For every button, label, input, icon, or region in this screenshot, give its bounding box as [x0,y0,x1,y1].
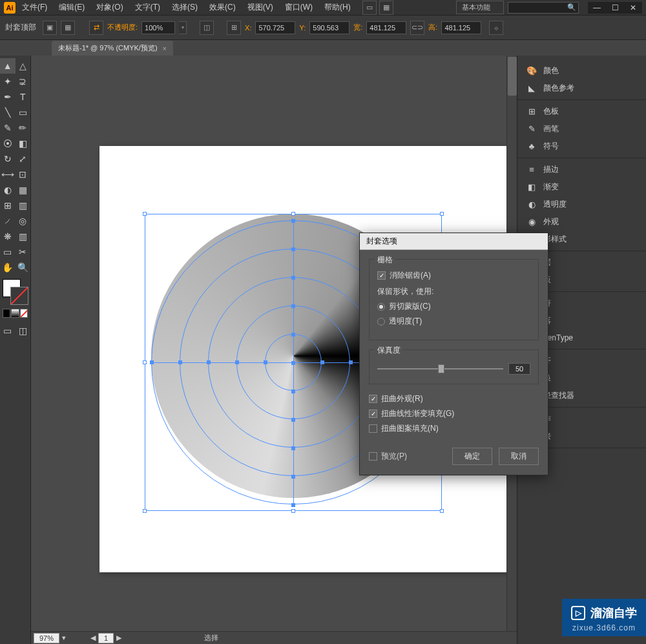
raster-group-label: 栅格 [375,254,395,265]
column-graph-tool[interactable]: ▥ [16,229,31,244]
workspace-selector[interactable]: 基本功能 [456,1,504,14]
gradient-tool[interactable]: ▥ [16,198,31,213]
screen-mode-btn-2[interactable]: ◫ [16,323,31,338]
shape-builder-tool[interactable]: ◐ [0,182,16,198]
fidelity-value[interactable]: 50 [508,363,530,375]
layout-btn-2[interactable]: ▦ [379,1,393,15]
symbol-sprayer-tool[interactable]: ❋ [0,229,16,244]
ok-button[interactable]: 确定 [452,448,492,465]
color-mode-gradient[interactable] [11,309,19,318]
antialias-checkbox[interactable] [377,271,386,280]
fidelity-group-label: 保真度 [375,345,403,356]
menu-type[interactable]: 文字(T) [135,2,160,13]
menu-help[interactable]: 帮助(H) [324,2,351,13]
opacity-input[interactable] [141,21,175,34]
color-mode-solid[interactable] [3,309,10,318]
transparency-radio[interactable] [377,318,385,326]
slice-tool[interactable]: ✂ [16,244,31,260]
panel-color-guide[interactable]: ◣颜色参考 [517,79,646,97]
menu-effect[interactable]: 效果(C) [209,2,236,13]
menu-select[interactable]: 选择(S) [172,2,198,13]
cancel-button[interactable]: 取消 [499,448,539,465]
panel-transparency[interactable]: ◐透明度 [517,196,646,213]
close-button[interactable]: ✕ [624,2,642,14]
line-tool[interactable]: ╲ [0,105,16,120]
color-swatch-area[interactable] [0,275,30,307]
distort-appearance-checkbox[interactable] [369,395,377,403]
panel-color[interactable]: 🎨颜色 [517,62,646,79]
scale-tool[interactable]: ⤢ [16,151,31,167]
arrows-icon[interactable]: ⇄ [89,21,103,35]
fidelity-slider[interactable] [377,368,503,369]
stroke-swatch[interactable] [10,287,28,305]
stroke-icon: ≡ [526,165,537,175]
status-bar: 97% ▾ ◀ 1 ▶ 选择 [31,631,517,644]
free-transform-tool[interactable]: ⊡ [16,167,31,182]
link-wh-button[interactable]: ⊂⊃ [410,21,424,35]
screen-mode-btn-1[interactable]: ▭ [0,323,16,338]
panel-brushes[interactable]: ✎画笔 [517,120,646,138]
x-label: X: [245,24,251,32]
distort-gradient-checkbox[interactable] [369,410,377,418]
pencil-tool[interactable]: ✏ [16,120,31,136]
y-input[interactable] [309,21,349,34]
paintbrush-tool[interactable]: ✎ [0,120,16,136]
slider-thumb[interactable] [438,364,444,373]
envelope-btn-2[interactable]: ▦ [61,21,75,35]
zoom-level[interactable]: 97% [34,633,59,643]
menu-file[interactable]: 文件(F) [22,2,47,13]
menu-object[interactable]: 对象(O) [96,2,123,13]
maximize-button[interactable]: ☐ [606,2,624,14]
palette-icon: 🎨 [526,66,537,76]
panel-appearance[interactable]: ◉外观 [517,213,646,231]
magic-wand-tool[interactable]: ✦ [0,74,16,89]
rectangle-tool[interactable]: ▭ [16,105,31,120]
hand-tool[interactable]: ✋ [0,260,16,275]
panel-label: 颜色参考 [543,83,574,94]
lasso-tool[interactable]: ⊋ [16,74,31,89]
direct-selection-tool[interactable]: △ [16,58,31,74]
panel-symbols[interactable]: ♣符号 [517,138,646,155]
eyedropper-tool[interactable]: ⟋ [0,213,16,229]
scrollbar-thumb[interactable] [508,57,517,96]
width-tool[interactable]: ⟷ [0,167,16,182]
w-input[interactable] [366,21,406,34]
selection-type-label: 封套顶部 [5,22,36,33]
align-grid-icon[interactable]: ⊞ [227,21,241,35]
zoom-tool[interactable]: 🔍 [16,260,31,275]
menu-edit[interactable]: 编辑(E) [59,2,85,13]
transform-btn[interactable]: ◫ [200,21,214,35]
panel-swatches[interactable]: ⊞色板 [517,103,646,120]
pen-tool[interactable]: ✒ [0,89,16,105]
watermark-url: zixue.3d66.com [572,623,636,632]
mesh-tool[interactable]: ⊞ [0,198,16,213]
opacity-dropdown[interactable]: ▾ [179,21,187,34]
play-icon: ▷ [571,606,585,620]
layout-btn-1[interactable]: ▭ [362,1,377,15]
perspective-grid-tool[interactable]: ▦ [16,182,31,198]
artboard-nav[interactable]: 1 [98,633,114,643]
transparency-icon: ◐ [526,200,537,210]
clip-mask-radio[interactable] [377,303,385,311]
constrain-btn[interactable]: ⟐ [489,21,503,35]
menu-view[interactable]: 视图(V) [247,2,273,13]
distort-pattern-checkbox[interactable] [369,424,377,433]
blend-tool[interactable]: ◎ [16,213,31,229]
artboard-tool[interactable]: ▭ [0,244,16,260]
envelope-btn-1[interactable]: ▣ [43,21,57,35]
panel-gradient[interactable]: ◧渐变 [517,178,646,196]
menu-window[interactable]: 窗口(W) [285,2,313,13]
color-mode-none[interactable] [20,309,28,318]
document-tab-close[interactable]: × [163,45,167,52]
eraser-tool[interactable]: ◧ [16,136,31,151]
h-input[interactable] [441,21,481,34]
minimize-button[interactable]: — [588,2,606,14]
type-tool[interactable]: T [16,89,31,105]
blob-brush-tool[interactable]: ⦿ [0,136,16,151]
selection-tool[interactable]: ▲ [0,58,16,74]
x-input[interactable] [255,21,295,34]
document-tab[interactable]: 未标题-1* @ 97% (CMYK/预览) × [52,41,173,56]
rotate-tool[interactable]: ↻ [0,151,16,167]
panel-stroke[interactable]: ≡描边 [517,161,646,178]
preview-checkbox[interactable] [369,452,377,461]
